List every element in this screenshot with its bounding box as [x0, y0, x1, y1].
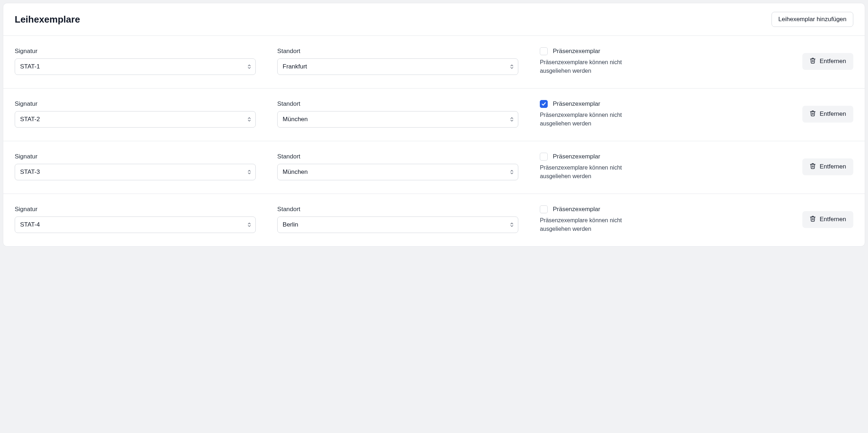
- presence-checkbox-label: Präsenzexemplar: [553, 48, 600, 55]
- trash-icon: [810, 57, 816, 66]
- remove-button[interactable]: Entfernen: [802, 106, 853, 123]
- presence-hint: Präsenzexemplare können nicht ausgeliehe…: [540, 163, 647, 181]
- presence-checkbox-row: Präsenzexemplar: [540, 100, 781, 108]
- copy-row: Signatur Standort Präsenze: [3, 36, 865, 89]
- trash-icon: [810, 215, 816, 224]
- presence-checkbox-label: Präsenzexemplar: [553, 153, 600, 160]
- presence-hint: Präsenzexemplare können nicht ausgeliehe…: [540, 111, 647, 128]
- signature-label: Signatur: [15, 48, 256, 55]
- actions: Entfernen: [802, 158, 853, 175]
- presence-checkbox[interactable]: [540, 100, 548, 108]
- location-input[interactable]: [277, 217, 518, 233]
- remove-button-label: Entfernen: [820, 58, 846, 65]
- signature-combobox[interactable]: [15, 58, 256, 75]
- card-header: Leihexemplare Leihexemplar hinzufügen: [3, 3, 865, 36]
- location-combobox[interactable]: [277, 164, 518, 180]
- signature-field: Signatur: [15, 153, 256, 180]
- signature-input[interactable]: [15, 217, 256, 233]
- presence-checkbox-row: Präsenzexemplar: [540, 47, 781, 55]
- actions: Entfernen: [802, 211, 853, 228]
- remove-button[interactable]: Entfernen: [802, 211, 853, 228]
- signature-input[interactable]: [15, 164, 256, 180]
- signature-field: Signatur: [15, 100, 256, 128]
- signature-label: Signatur: [15, 206, 256, 213]
- location-label: Standort: [277, 153, 518, 160]
- remove-button-label: Entfernen: [820, 163, 846, 170]
- presence-field: Präsenzexemplar Präsenzexemplare können …: [540, 205, 781, 233]
- signature-combobox[interactable]: [15, 111, 256, 128]
- copy-row: Signatur Standort Präsenze: [3, 141, 865, 194]
- presence-checkbox-row: Präsenzexemplar: [540, 153, 781, 161]
- trash-icon: [810, 163, 816, 171]
- copy-row: Signatur Standort Präsenze: [3, 89, 865, 141]
- trash-icon: [810, 110, 816, 118]
- presence-field: Präsenzexemplar Präsenzexemplare können …: [540, 100, 781, 128]
- presence-checkbox-row: Präsenzexemplar: [540, 205, 781, 213]
- location-combobox[interactable]: [277, 58, 518, 75]
- signature-field: Signatur: [15, 206, 256, 233]
- presence-checkbox-label: Präsenzexemplar: [553, 206, 600, 213]
- card-title: Leihexemplare: [15, 14, 80, 25]
- remove-button[interactable]: Entfernen: [802, 53, 853, 70]
- presence-checkbox[interactable]: [540, 153, 548, 161]
- signature-combobox[interactable]: [15, 164, 256, 180]
- actions: Entfernen: [802, 53, 853, 70]
- signature-combobox[interactable]: [15, 217, 256, 233]
- location-combobox[interactable]: [277, 217, 518, 233]
- loan-copies-card: Leihexemplare Leihexemplar hinzufügen Si…: [3, 3, 865, 247]
- presence-field: Präsenzexemplar Präsenzexemplare können …: [540, 47, 781, 75]
- remove-button-label: Entfernen: [820, 110, 846, 118]
- rows-container: Signatur Standort Präsenze: [3, 36, 865, 246]
- actions: Entfernen: [802, 106, 853, 123]
- location-label: Standort: [277, 48, 518, 55]
- presence-checkbox[interactable]: [540, 47, 548, 55]
- location-field: Standort: [277, 48, 518, 75]
- remove-button[interactable]: Entfernen: [802, 158, 853, 175]
- signature-input[interactable]: [15, 111, 256, 128]
- signature-label: Signatur: [15, 100, 256, 108]
- presence-hint: Präsenzexemplare können nicht ausgeliehe…: [540, 216, 647, 233]
- presence-hint: Präsenzexemplare können nicht ausgeliehe…: [540, 58, 647, 75]
- location-label: Standort: [277, 206, 518, 213]
- signature-field: Signatur: [15, 48, 256, 75]
- signature-label: Signatur: [15, 153, 256, 160]
- location-label: Standort: [277, 100, 518, 108]
- location-input[interactable]: [277, 164, 518, 180]
- presence-checkbox-label: Präsenzexemplar: [553, 100, 600, 108]
- location-field: Standort: [277, 153, 518, 180]
- remove-button-label: Entfernen: [820, 216, 846, 223]
- presence-field: Präsenzexemplar Präsenzexemplare können …: [540, 153, 781, 181]
- location-field: Standort: [277, 206, 518, 233]
- location-field: Standort: [277, 100, 518, 128]
- add-copy-button[interactable]: Leihexemplar hinzufügen: [772, 12, 853, 27]
- location-combobox[interactable]: [277, 111, 518, 128]
- copy-row: Signatur Standort Präsenze: [3, 194, 865, 246]
- presence-checkbox[interactable]: [540, 205, 548, 213]
- location-input[interactable]: [277, 58, 518, 75]
- location-input[interactable]: [277, 111, 518, 128]
- signature-input[interactable]: [15, 58, 256, 75]
